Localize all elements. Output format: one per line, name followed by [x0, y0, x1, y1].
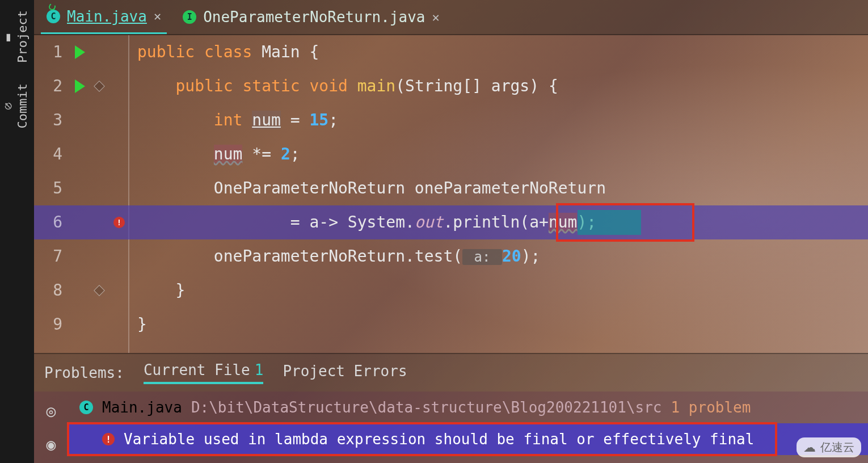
gutter-divider — [128, 35, 129, 353]
line-number: 9 — [34, 308, 69, 342]
problems-label: Problems: — [44, 364, 124, 381]
tab-label: Main.java — [67, 8, 147, 25]
error-bulb-icon: ! — [113, 217, 125, 228]
fold-icon — [94, 285, 105, 296]
tool-window-rail: ▮ Project ⎋ Commit — [0, 0, 34, 463]
var-num-error: num — [549, 213, 578, 232]
tab-project-errors[interactable]: Project Errors — [283, 363, 407, 383]
problem-file-row[interactable]: C Main.java D:\bit\DataStructure\data-st… — [68, 392, 868, 423]
commit-icon: ⎋ — [5, 99, 12, 113]
watermark: ☁ 亿速云 — [797, 437, 861, 457]
problems-panel: ◎ ◉ C Main.java D:\bit\DataStructure\dat… — [34, 392, 868, 463]
fold-gutter[interactable] — [91, 82, 108, 90]
line-number: 5 — [34, 171, 69, 205]
class-icon: C — [47, 10, 60, 23]
rail-project-label: Project — [15, 10, 30, 63]
line-number: 6 — [34, 205, 69, 239]
rail-project[interactable]: ▮ Project — [5, 0, 30, 73]
problem-count: 1 problem — [671, 399, 751, 416]
folder-icon: ▮ — [5, 30, 12, 44]
play-icon — [75, 79, 85, 93]
line-number: 4 — [34, 137, 69, 171]
tab-oneparameternoreturn[interactable]: I OneParameterNoReturn.java ✕ — [177, 0, 445, 34]
target-icon[interactable]: ◎ — [47, 402, 56, 420]
var-num: num — [214, 145, 243, 163]
var-num: num — [252, 111, 281, 129]
rail-commit-label: Commit — [15, 83, 30, 128]
tab-main-java[interactable]: C Main.java ✕ — [41, 0, 167, 34]
play-icon — [75, 45, 85, 59]
line-number: 2 — [34, 69, 69, 103]
line-number: 3 — [34, 103, 69, 137]
error-icon: ! — [102, 433, 115, 445]
fold-icon — [94, 81, 105, 92]
error-gutter[interactable]: ! — [108, 217, 130, 228]
tab-label: OneParameterNoReturn.java — [203, 9, 425, 26]
run-gutter[interactable] — [69, 79, 91, 93]
tab-current-file[interactable]: Current File1 — [144, 361, 264, 384]
rail-commit[interactable]: ⎋ Commit — [5, 73, 30, 138]
line-number: 7 — [34, 239, 69, 273]
class-icon: C — [79, 401, 93, 414]
close-icon[interactable]: ✕ — [432, 10, 439, 24]
line-number: 8 — [34, 273, 69, 308]
problem-error-row[interactable]: ! Variable used in lambda expression sho… — [68, 423, 868, 455]
fold-gutter[interactable] — [91, 287, 108, 294]
line-number: 1 — [34, 35, 69, 69]
eye-icon[interactable]: ◉ — [47, 435, 56, 454]
close-icon[interactable]: ✕ — [154, 9, 161, 23]
problem-error-message: Variable used in lambda expression shoul… — [124, 431, 754, 448]
problem-file-name: Main.java — [102, 399, 182, 416]
code-editor[interactable]: 1 public class Main { 2 public static vo… — [34, 35, 868, 353]
interface-icon: I — [183, 10, 196, 24]
cloud-icon: ☁ — [803, 440, 816, 455]
problem-file-path: D:\bit\DataStructure\data-structure\Blog… — [191, 399, 662, 416]
editor-tabs: C Main.java ✕ I OneParameterNoReturn.jav… — [34, 0, 868, 35]
problems-toolbar: Problems: Current File1 Project Errors — [34, 353, 868, 392]
run-gutter[interactable] — [69, 45, 91, 59]
param-hint: a: — [462, 249, 502, 265]
